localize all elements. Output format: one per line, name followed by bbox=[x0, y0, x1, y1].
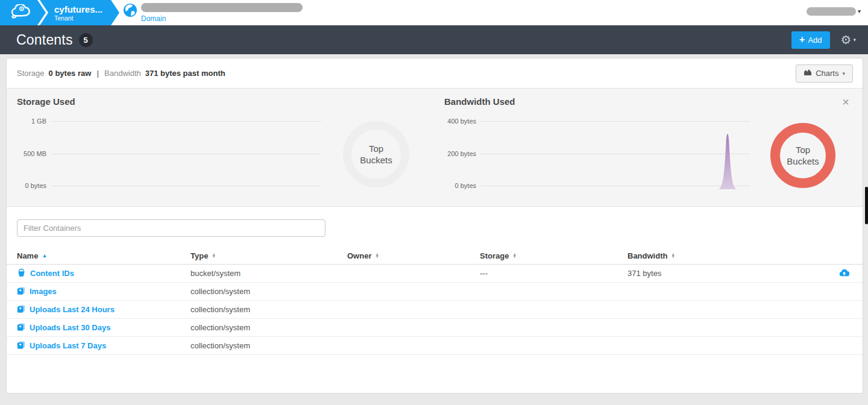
gridline bbox=[51, 121, 321, 122]
tenant-name: cyfutures... bbox=[54, 4, 119, 14]
collection-icon bbox=[17, 322, 25, 333]
domain-selector[interactable]: Domain bbox=[123, 2, 303, 23]
content-card: Storage 0 bytes raw | Bandwidth 371 byte… bbox=[6, 58, 863, 394]
column-header-owner[interactable]: Owner ▲▼ bbox=[347, 251, 480, 260]
storage-tick-0: 0 bytes bbox=[7, 182, 46, 189]
charts-button-label: Charts bbox=[816, 69, 838, 78]
contents-count-badge: 5 bbox=[79, 33, 93, 47]
caret-down-icon: ▾ bbox=[858, 8, 861, 14]
sort-icon: ▲▼ bbox=[375, 253, 379, 259]
sort-ascending-icon: ▲ bbox=[42, 253, 47, 259]
type-cell: collection/system bbox=[190, 305, 347, 314]
container-link[interactable]: Uploads Last 24 Hours bbox=[30, 305, 115, 314]
page-title: Contents bbox=[16, 32, 73, 48]
table-row[interactable]: Uploads Last 24 Hours collection/system bbox=[7, 301, 863, 319]
caret-down-icon: ▾ bbox=[853, 37, 856, 43]
bandwidth-summary-label: Bandwidth bbox=[104, 69, 141, 78]
gear-icon: ⚙ bbox=[841, 34, 852, 46]
tenant-sublabel: Tenant bbox=[54, 14, 119, 22]
bandwidth-tick-0: 0 bytes bbox=[436, 182, 476, 189]
gridline bbox=[481, 154, 750, 154]
add-button-label: Add bbox=[808, 36, 822, 45]
charts-dropdown-button[interactable]: Charts ▾ bbox=[796, 64, 853, 83]
column-header-name[interactable]: Name ▲ bbox=[17, 251, 190, 260]
storage-top-buckets-label: Top Buckets bbox=[356, 143, 396, 166]
storage-tick-500mb: 500 MB bbox=[7, 150, 46, 157]
storage-tick-1gb: 1 GB bbox=[7, 118, 46, 125]
app-logo[interactable] bbox=[0, 0, 46, 25]
table-header: Name ▲ Type ▲▼ Owner ▲▼ Storage ▲▼ Bandw… bbox=[7, 247, 863, 265]
summary-divider: | bbox=[96, 69, 99, 78]
storage-cell: --- bbox=[480, 269, 627, 278]
bandwidth-top-buckets-donut[interactable]: Top Buckets bbox=[770, 123, 835, 188]
cloud-upload-icon[interactable] bbox=[839, 269, 849, 278]
type-cell: collection/system bbox=[190, 341, 347, 350]
gridline bbox=[51, 154, 321, 154]
usage-summary: Storage 0 bytes raw | Bandwidth 371 byte… bbox=[7, 58, 863, 88]
globe-icon bbox=[123, 3, 137, 23]
domain-value-redacted bbox=[141, 3, 303, 12]
user-name-redacted bbox=[807, 7, 856, 16]
column-header-storage[interactable]: Storage ▲▼ bbox=[480, 251, 627, 260]
column-header-bandwidth[interactable]: Bandwidth ▲▼ bbox=[627, 251, 838, 260]
charts-panel: Storage Used Bandwidth Used × 1 GB 500 M… bbox=[7, 88, 863, 207]
gridline bbox=[481, 186, 750, 186]
close-charts-icon[interactable]: × bbox=[842, 96, 849, 108]
storage-chart-title: Storage Used bbox=[17, 96, 75, 107]
settings-menu[interactable]: ⚙ ▾ bbox=[841, 34, 856, 46]
sort-icon: ▲▼ bbox=[671, 253, 675, 259]
table-row[interactable]: Content IDs bucket/system --- 371 bytes bbox=[7, 265, 863, 283]
column-header-type[interactable]: Type ▲▼ bbox=[190, 251, 347, 260]
appbar: Contents 5 + Add ⚙ ▾ bbox=[0, 25, 868, 54]
bandwidth-summary-value: 371 bytes past month bbox=[145, 69, 225, 78]
storage-top-buckets-donut: Top Buckets bbox=[343, 121, 409, 187]
collection-icon bbox=[17, 341, 25, 351]
gridline bbox=[481, 121, 750, 122]
container-link[interactable]: Uploads Last 7 Days bbox=[30, 341, 106, 350]
cloud-logo-icon bbox=[10, 4, 33, 21]
type-cell: bucket/system bbox=[190, 269, 347, 278]
container-link[interactable]: Uploads Last 30 Days bbox=[30, 323, 110, 332]
topbar: cyfutures... Tenant Domain ▾ bbox=[0, 0, 868, 25]
type-cell: collection/system bbox=[190, 287, 347, 296]
gridline bbox=[51, 186, 321, 186]
chevron-down-icon: ▾ bbox=[842, 71, 845, 77]
plus-icon: + bbox=[799, 35, 805, 45]
container-link[interactable]: Images bbox=[30, 287, 57, 296]
filter-containers-input[interactable] bbox=[17, 219, 326, 237]
user-menu[interactable]: ▾ bbox=[807, 7, 861, 16]
collection-icon bbox=[17, 304, 25, 315]
bandwidth-top-buckets-label: Top Buckets bbox=[783, 144, 823, 167]
tenant-banner[interactable]: cyfutures... Tenant bbox=[40, 0, 119, 25]
storage-summary-value: 0 bytes raw bbox=[49, 69, 92, 78]
bandwidth-cell: 371 bytes bbox=[627, 269, 838, 278]
table-row[interactable]: Uploads Last 7 Days collection/system bbox=[7, 337, 863, 355]
sort-icon: ▲▼ bbox=[512, 253, 516, 259]
storage-summary-label: Storage bbox=[17, 69, 45, 78]
domain-label: Domain bbox=[141, 14, 303, 23]
table-row[interactable]: Images collection/system bbox=[7, 283, 863, 301]
vertical-scrollbar-thumb[interactable] bbox=[865, 187, 868, 224]
sort-icon: ▲▼ bbox=[212, 253, 215, 259]
add-button[interactable]: + Add bbox=[791, 31, 829, 49]
table-row[interactable]: Uploads Last 30 Days collection/system bbox=[7, 319, 863, 337]
bandwidth-chart-title: Bandwidth Used bbox=[444, 96, 515, 107]
bandwidth-tick-200: 200 bytes bbox=[436, 150, 476, 157]
bandwidth-spike-area bbox=[718, 127, 737, 192]
container-link[interactable]: Content IDs bbox=[30, 269, 74, 278]
collection-icon bbox=[17, 286, 25, 297]
chart-icon bbox=[804, 69, 812, 78]
bucket-icon bbox=[17, 268, 26, 279]
bandwidth-tick-400: 400 bytes bbox=[436, 118, 476, 125]
type-cell: collection/system bbox=[190, 323, 347, 332]
